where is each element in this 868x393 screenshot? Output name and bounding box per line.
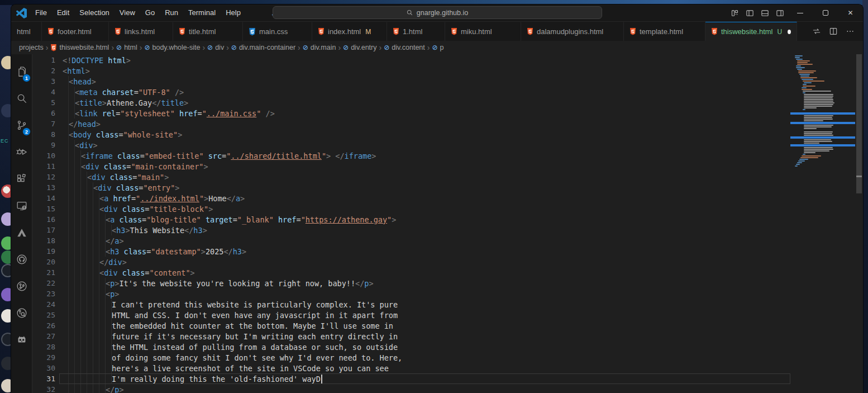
code-line[interactable]: 10<iframe class="embed-title" src="../sh… (32, 150, 790, 161)
code-line[interactable]: 21<div class="content"> (32, 267, 790, 278)
line-number: 28 (32, 343, 63, 351)
code-line[interactable]: 11<div class="main-container"> (32, 161, 790, 172)
breadcrumb-item[interactable]: ⊘div.main (303, 44, 336, 51)
tab-1.html[interactable]: 1.html (387, 22, 445, 41)
code-line[interactable]: 13<div class="entry"> (32, 182, 790, 193)
activity-explorer-icon[interactable]: 1 (11, 58, 32, 85)
file-type-html-icon (47, 28, 54, 35)
code-line[interactable]: 24I can't pretend this website is partic… (32, 299, 790, 310)
toggle-primary-sidebar-button[interactable] (742, 4, 757, 21)
line-number: 27 (32, 332, 63, 340)
split-editor-icon[interactable] (827, 25, 840, 37)
customize-layout-button[interactable] (727, 4, 742, 21)
background-avatar (1, 56, 12, 69)
toggle-panel-button[interactable] (757, 4, 772, 21)
tab-template.html[interactable]: template.html (624, 22, 705, 41)
vertical-scrollbar[interactable] (855, 54, 863, 393)
code-line[interactable]: 17<h3>This Website</h3> (32, 225, 790, 235)
code-line[interactable]: 32</p> (32, 384, 790, 393)
code-line[interactable]: 5<title>Athene.Gay</title> (32, 97, 790, 108)
breadcrumb-item[interactable]: ⊘div (207, 44, 224, 51)
activity-github-icon[interactable] (11, 246, 32, 273)
maximize-button[interactable] (813, 4, 838, 21)
breadcrumb-item[interactable]: ⊘div.main-container (231, 44, 295, 51)
menu-item-file[interactable]: File (30, 4, 52, 21)
menu-item-view[interactable]: View (115, 4, 140, 21)
activity-extension-a-icon[interactable] (11, 219, 32, 246)
code-line[interactable]: 4<meta charset="UTF-8" /> (32, 87, 790, 97)
code-line[interactable]: 31I'm really doing this the 'old-fashion… (32, 373, 790, 384)
more-actions-icon[interactable] (844, 25, 856, 37)
breadcrumb-item[interactable]: ⊘p (432, 44, 443, 51)
background-avatar (1, 250, 12, 264)
code-line[interactable]: 3<head> (32, 76, 790, 87)
menu-item-edit[interactable]: Edit (52, 4, 74, 21)
tab-dalamudplugins.html[interactable]: dalamudplugins.html (521, 22, 624, 41)
activity-gitlens-icon[interactable] (11, 273, 32, 300)
code-line[interactable]: 12<div class="main"> (32, 172, 790, 182)
open-changes-icon[interactable] (810, 25, 823, 37)
menu-item-help[interactable]: Help (221, 4, 246, 21)
breadcrumb-item[interactable]: ⊘div.content (384, 44, 425, 51)
breadcrumb-item[interactable]: thiswebsite.html (50, 44, 109, 51)
activity-source-control-icon[interactable]: 2 (11, 112, 32, 139)
code-line[interactable]: 9<div> (32, 140, 790, 150)
minimize-button[interactable] (788, 4, 813, 21)
code-line[interactable]: 8<body class="whole-site"> (32, 129, 790, 140)
breadcrumb-item[interactable]: projects (19, 44, 44, 51)
activity-run-debug-icon[interactable] (11, 139, 32, 165)
toggle-secondary-sidebar-button[interactable] (772, 4, 788, 21)
code-line[interactable]: 26the embedded hit counter at the bottom… (32, 320, 790, 331)
tab-miku.html[interactable]: miku.html (445, 22, 521, 41)
code-line[interactable]: 6<link rel="stylesheet" href="../main.cs… (32, 108, 790, 119)
code-line[interactable]: 14<a href="../index.html">Home</a> (32, 193, 790, 203)
close-button[interactable]: ✕ (838, 4, 863, 21)
code-line[interactable]: 27future if it's necessary but I'm writi… (32, 331, 790, 342)
breadcrumb-item[interactable]: ⊘body.whole-site (144, 44, 200, 51)
code-line[interactable]: 1<!DOCTYPE html> (32, 55, 790, 65)
breadcrumb-item[interactable]: ⊘div.entry (343, 44, 376, 51)
activity-remote-explorer-icon[interactable] (11, 192, 32, 219)
tab-links.html[interactable]: links.html (109, 22, 173, 41)
activity-search-icon[interactable] (11, 85, 32, 112)
menu-item-selection[interactable]: Selection (74, 4, 114, 21)
code-line[interactable]: 2<html> (32, 65, 790, 76)
code-area[interactable]: 1<!DOCTYPE html>2<html>3<head>4<meta cha… (32, 54, 790, 393)
code-line[interactable]: 7</head> (32, 119, 790, 129)
code-line[interactable]: 16<a class="blog-title" target="_blank" … (32, 214, 790, 225)
tab-footer.html[interactable]: footer.html (42, 22, 109, 41)
command-center-search[interactable]: gnargle.github.io (273, 6, 602, 19)
breadcrumb-item[interactable]: ⊘html (116, 44, 137, 51)
tab-label: html (17, 27, 31, 36)
activity-gitlens-inspect-icon[interactable] (11, 300, 32, 326)
code-line[interactable]: 15<div class="title-block"> (32, 203, 790, 214)
activity-godot-tools-icon[interactable] (11, 326, 32, 353)
code-line[interactable]: 18</a> (32, 235, 790, 246)
code-line[interactable]: 29of doing some fancy shit I don't see w… (32, 352, 790, 363)
minimap-line (804, 141, 832, 142)
tab-html[interactable]: html (11, 22, 42, 41)
code-line[interactable]: 20</div> (32, 257, 790, 267)
code-line[interactable]: 30here's a live screenshot of the site i… (32, 363, 790, 373)
minimap[interactable] (790, 54, 855, 393)
menu-item-terminal[interactable]: Terminal (183, 4, 221, 21)
tab-thiswebsite.html[interactable]: thiswebsite.htmlU (705, 22, 797, 41)
tab-title.html[interactable]: title.html (173, 22, 243, 41)
menu-item-go[interactable]: Go (140, 4, 160, 21)
code-line[interactable]: 28the HTML instead of pulling from a dat… (32, 342, 790, 352)
menu-item-run[interactable]: Run (160, 4, 183, 21)
code-line[interactable]: 22<p>It's the website you're looking at … (32, 278, 790, 288)
code-line[interactable]: 25HTML and CSS. I don't even have any ja… (32, 310, 790, 320)
scrollbar-thumb[interactable] (856, 54, 862, 193)
indent-guides (63, 278, 106, 288)
tab-index.html[interactable]: index.htmlM (312, 22, 387, 41)
file-type-html-icon (711, 28, 718, 35)
activity-extensions-icon[interactable] (11, 165, 32, 192)
background-avatar (1, 236, 12, 250)
editor[interactable]: 1<!DOCTYPE html>2<html>3<head>4<meta cha… (32, 54, 863, 393)
code-text: </head> (63, 119, 101, 129)
tab-main.css[interactable]: main.css (243, 22, 312, 41)
indent-guides (63, 97, 75, 108)
code-line[interactable]: 19<h3 class="datestamp">2025</h3> (32, 246, 790, 257)
code-line[interactable]: 23<p> (32, 288, 790, 299)
